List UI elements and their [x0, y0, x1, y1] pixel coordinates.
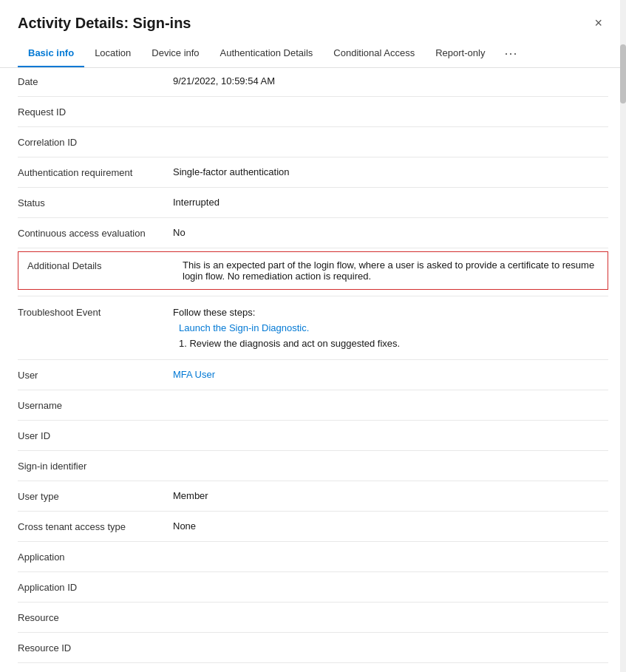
- field-value-cross-tenant-access-type: None: [173, 520, 608, 532]
- additional-details-row: Additional Details This is an expected p…: [18, 251, 608, 290]
- divider-11: [18, 450, 608, 451]
- additional-details-label: Additional Details: [27, 259, 183, 271]
- field-label-user-type: User type: [18, 490, 173, 502]
- close-button[interactable]: ×: [588, 13, 608, 33]
- divider-3: [18, 157, 608, 157]
- troubleshoot-label: Troubleshoot Event: [18, 307, 173, 318]
- divider-16: [18, 602, 608, 603]
- tab-location[interactable]: Location: [84, 40, 141, 67]
- tab-authentication-details[interactable]: Authentication Details: [210, 40, 324, 67]
- tab-more-button[interactable]: ···: [498, 40, 523, 67]
- dialog-header: Activity Details: Sign-ins ×: [0, 0, 626, 40]
- divider-1: [18, 96, 608, 97]
- troubleshoot-content: Follow these steps: Launch the Sign-in D…: [173, 307, 608, 349]
- divider-5: [18, 217, 608, 218]
- field-request-id: Request ID: [18, 98, 608, 125]
- divider-14: [18, 541, 608, 542]
- troubleshoot-link[interactable]: Launch the Sign-in Diagnostic.: [179, 322, 608, 333]
- divider-9: [18, 390, 608, 390]
- troubleshoot-step1: 1. Review the diagnosis and act on sugge…: [179, 338, 608, 349]
- divider-10: [18, 420, 608, 421]
- divider-2: [18, 126, 608, 127]
- troubleshoot-row: Troubleshoot Event Follow these steps: L…: [18, 298, 608, 358]
- divider-8: [18, 359, 608, 360]
- field-application-id: Application ID: [18, 574, 608, 600]
- field-value-auth-requirement: Single-factor authentication: [173, 166, 608, 177]
- field-user-id: User ID: [18, 422, 608, 449]
- tab-basic-info[interactable]: Basic info: [18, 40, 84, 67]
- divider-18: [18, 662, 608, 663]
- field-value-user[interactable]: MFA User: [173, 369, 608, 380]
- dialog-title: Activity Details: Sign-ins: [18, 15, 191, 32]
- field-label-cross-tenant-access-type: Cross tenant access type: [18, 520, 173, 532]
- tab-device-info[interactable]: Device info: [141, 40, 209, 67]
- divider-12: [18, 481, 608, 481]
- content-area: Date 9/21/2022, 10:59:54 AM Request ID C…: [0, 68, 626, 672]
- field-value-status: Interrupted: [173, 197, 608, 208]
- divider-4: [18, 187, 608, 188]
- field-continuous-access: Continuous access evaluation No: [18, 220, 608, 246]
- field-value-continuous-access: No: [173, 227, 608, 238]
- field-status: Status Interrupted: [18, 189, 608, 216]
- field-label-correlation-id: Correlation ID: [18, 136, 173, 148]
- tab-conditional-access[interactable]: Conditional Access: [323, 40, 425, 67]
- divider-17: [18, 632, 608, 633]
- field-value-date: 9/21/2022, 10:59:54 AM: [173, 75, 608, 86]
- field-resource-tenant-id: Resource tenant ID: [18, 665, 608, 672]
- tab-bar: Basic info Location Device info Authenti…: [0, 40, 626, 68]
- field-auth-requirement: Authentication requirement Single-factor…: [18, 159, 608, 186]
- field-cross-tenant-access-type: Cross tenant access type None: [18, 513, 608, 540]
- field-label-request-id: Request ID: [18, 106, 173, 118]
- field-resource-id: Resource ID: [18, 634, 608, 661]
- field-date: Date 9/21/2022, 10:59:54 AM: [18, 68, 608, 95]
- field-label-resource: Resource: [18, 611, 173, 623]
- field-user: User MFA User: [18, 362, 608, 388]
- divider-13: [18, 511, 608, 512]
- field-resource: Resource: [18, 604, 608, 631]
- field-label-continuous-access: Continuous access evaluation: [18, 227, 173, 239]
- divider-7: [18, 296, 608, 296]
- field-correlation-id: Correlation ID: [18, 129, 608, 155]
- field-username: Username: [18, 392, 608, 418]
- scrollbar-thumb[interactable]: [620, 44, 626, 103]
- divider-6: [18, 248, 608, 248]
- field-value-user-type: Member: [173, 490, 608, 501]
- scrollbar-track: [620, 0, 626, 672]
- field-signin-identifier: Sign-in identifier: [18, 452, 608, 479]
- field-label-application-id: Application ID: [18, 581, 173, 593]
- field-label-signin-identifier: Sign-in identifier: [18, 460, 173, 472]
- field-user-type: User type Member: [18, 483, 608, 509]
- field-label-date: Date: [18, 75, 173, 87]
- field-label-resource-id: Resource ID: [18, 642, 173, 654]
- tab-report-only[interactable]: Report-only: [425, 40, 495, 67]
- field-label-username: Username: [18, 399, 173, 411]
- field-label-application: Application: [18, 551, 173, 563]
- activity-details-dialog: Activity Details: Sign-ins × Basic info …: [0, 0, 626, 672]
- divider-15: [18, 571, 608, 572]
- troubleshoot-steps-intro: Follow these steps:: [173, 307, 608, 318]
- field-label-user-id: User ID: [18, 430, 173, 441]
- additional-details-value: This is an expected part of the login fl…: [183, 259, 599, 282]
- field-label-user: User: [18, 369, 173, 381]
- field-label-auth-requirement: Authentication requirement: [18, 166, 173, 178]
- field-application: Application: [18, 543, 608, 570]
- field-label-status: Status: [18, 197, 173, 208]
